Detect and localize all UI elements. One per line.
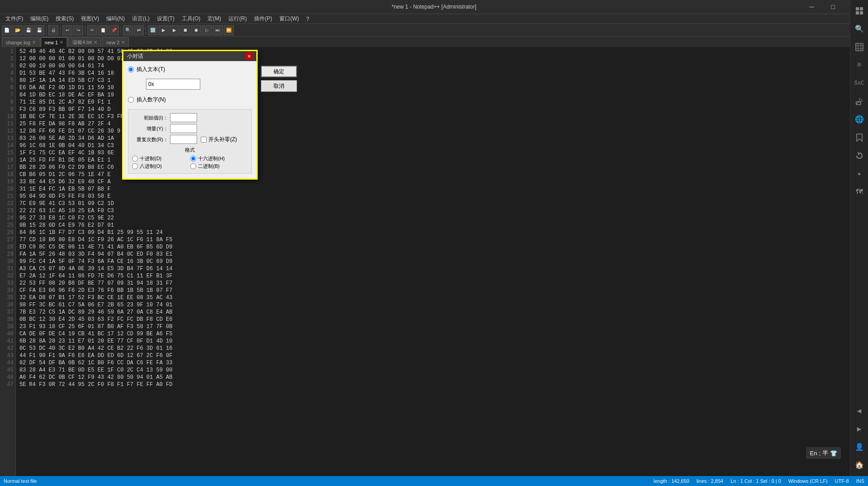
sidebar-icon-star[interactable]: ✦ [852, 167, 867, 181]
format-label: 格式 [132, 147, 248, 153]
initial-value-label: 初始值(I)： [132, 114, 168, 121]
sidebar-icon-refresh[interactable] [852, 148, 867, 163]
insert-text-label: 插入文本(T) [137, 66, 165, 73]
status-line-ending: Windows (CR LF) [788, 478, 828, 484]
repeat-count-label: 重复次数(R)： [132, 136, 168, 143]
sidebar-icon-globe[interactable]: 🌐 [852, 112, 867, 127]
repeat-count-row: 重复次数(R)： 开头补零(Z) [132, 135, 248, 144]
increment-input[interactable] [170, 124, 197, 133]
status-bar: Normal text file length : 142,650 lines … [0, 476, 868, 486]
dialog-body: 插入文本(T) 插入数字(N) 初始值(I)： 增量(Y)： [123, 61, 256, 178]
status-position: Ln : 1 Col : 1 Sel : 0 | 0 [731, 478, 781, 484]
svg-marker-12 [857, 152, 860, 155]
confirm-button[interactable]: 确定 [261, 66, 297, 77]
format-grid: 十进制(D) 十六进制(H) 八进制(O) 二进制(B) [132, 155, 248, 170]
binary-radio-row: 二进制(B) [190, 163, 248, 170]
insert-text-radio-row: 插入文本(T) [128, 66, 252, 73]
svg-marker-10 [856, 98, 863, 105]
sidebar-icon-grid[interactable] [852, 40, 867, 54]
hex-radio[interactable] [190, 156, 196, 162]
decimal-radio-row: 十进制(D) [132, 155, 189, 162]
octal-radio[interactable] [132, 163, 138, 169]
text-input-container [137, 76, 252, 90]
insert-type-group: 插入文本(T) 插入数字(N) 初始值(I)： 增量(Y)： [128, 66, 252, 174]
insert-number-radio-row: 插入数字(N) [128, 96, 252, 104]
sidebar-icon-search[interactable]: 🔍 [852, 22, 867, 36]
decimal-radio[interactable] [132, 156, 138, 162]
sidebar-icon-user[interactable]: 👤 [852, 440, 867, 454]
insert-number-radio[interactable] [128, 97, 134, 103]
status-left: Normal text file [4, 478, 646, 484]
sidebar-icon-home[interactable]: 🏠 [852, 458, 867, 472]
svg-rect-2 [856, 11, 859, 14]
right-sidebar: 🔍 ≡ SxC 🌐 ✦ 🗺 ◀ ▶ 👤 🏠 [850, 0, 868, 476]
increment-row: 增量(Y)： [132, 124, 248, 133]
sidebar-icon-bookmark[interactable] [852, 130, 867, 145]
svg-rect-1 [860, 7, 863, 10]
sidebar-icon-windows[interactable] [852, 4, 867, 18]
insert-number-label: 插入数字(N) [137, 96, 166, 104]
repeat-count-input[interactable] [170, 135, 197, 144]
octal-radio-row: 八进制(O) [132, 163, 189, 170]
status-lines: lines : 2,854 [697, 478, 723, 484]
sidebar-icon-right-arrow[interactable]: ▶ [852, 422, 867, 436]
octal-label: 八进制(O) [140, 163, 162, 170]
status-file-type: Normal text file [4, 478, 37, 484]
insert-text-radio[interactable] [128, 67, 134, 72]
sidebar-icon-calc[interactable]: SxC [852, 76, 867, 91]
increment-label: 增量(Y)： [132, 125, 168, 132]
initial-value-input[interactable] [170, 113, 197, 122]
dialog-overlay: 小对话 ✕ 插入文本(T) 插入数字(N) [0, 0, 850, 476]
status-right: length : 142,650 lines : 2,854 Ln : 1 Co… [654, 478, 864, 484]
dialog-close-btn[interactable]: ✕ [245, 52, 253, 60]
svg-rect-0 [856, 7, 859, 10]
hex-label: 十六进制(H) [198, 155, 225, 162]
decimal-label: 十进制(D) [140, 155, 161, 162]
binary-label: 二进制(B) [198, 163, 220, 170]
sidebar-icon-edit[interactable] [852, 94, 867, 109]
status-ins: INS [856, 478, 864, 484]
text-input-field[interactable] [146, 79, 200, 90]
svg-rect-3 [860, 11, 863, 14]
sidebar-icon-left-arrow[interactable]: ◀ [852, 404, 867, 418]
hex-radio-row: 十六进制(H) [190, 155, 248, 162]
binary-radio[interactable] [190, 163, 196, 169]
sidebar-icon-map[interactable]: 🗺 [852, 185, 867, 199]
zero-pad-checkbox[interactable] [201, 137, 207, 143]
dialog: 小对话 ✕ 插入文本(T) 插入数字(N) [122, 50, 258, 180]
zero-pad-label: 开头补零(Z) [208, 136, 237, 143]
zero-pad-row: 开头补零(Z) [201, 136, 237, 143]
dialog-title-text: 小对话 [127, 52, 143, 60]
svg-rect-4 [856, 43, 863, 51]
dialog-title: 小对话 ✕ [123, 51, 256, 61]
number-section: 初始值(I)： 增量(Y)： 重复次数(R)： 开头补零(Z) [128, 109, 252, 174]
cancel-button[interactable]: 取消 [261, 80, 297, 92]
dialog-buttons: 确定 取消 [261, 66, 297, 92]
initial-value-row: 初始值(I)： [132, 113, 248, 122]
sidebar-icon-lines[interactable]: ≡ [852, 58, 867, 72]
status-encoding: UTF-8 [835, 478, 849, 484]
svg-marker-11 [857, 134, 862, 141]
status-length: length : 142,650 [654, 478, 689, 484]
